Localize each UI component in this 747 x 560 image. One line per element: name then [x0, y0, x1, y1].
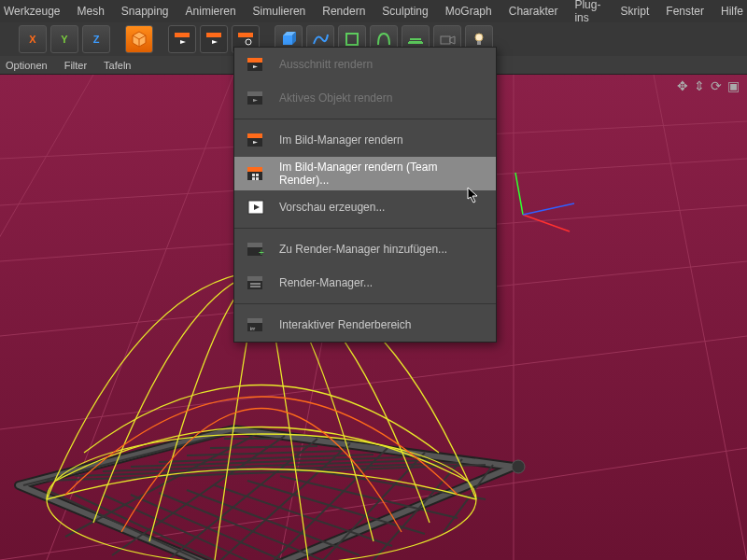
svg-rect-17 — [409, 41, 422, 44]
svg-rect-77 — [247, 167, 262, 172]
svg-rect-78 — [252, 174, 255, 176]
menu-item-render-manager-add[interactable]: + Zu Render-Manager hinzufügen... — [234, 232, 496, 266]
main-menubar: Werkzeuge Mesh Snapping Animieren Simuli… — [0, 0, 747, 22]
prim-cube-icon — [279, 30, 298, 49]
clapper-icon — [246, 55, 266, 74]
axis-y-label: Y — [61, 34, 67, 45]
menu-werkzeuge[interactable]: Werkzeuge — [4, 5, 60, 18]
svg-rect-92 — [247, 318, 262, 323]
environment-icon — [406, 30, 425, 49]
cube-icon — [130, 30, 148, 49]
svg-rect-79 — [256, 174, 259, 176]
svg-marker-19 — [450, 36, 455, 44]
svg-rect-11 — [238, 33, 253, 37]
menu-simulieren[interactable]: Simulieren — [253, 5, 306, 18]
deformer-icon — [374, 30, 393, 49]
svg-line-28 — [0, 75, 93, 560]
menu-separator — [234, 228, 496, 229]
menu-item-label: Vorschau erzeugen... — [279, 201, 385, 214]
render-view-button[interactable] — [168, 25, 196, 53]
menu-hilfe[interactable]: Hilfe — [721, 5, 743, 18]
svg-rect-74 — [247, 133, 262, 138]
svg-point-20 — [475, 34, 483, 41]
menu-item-label: Zu Render-Manager hinzufügen... — [279, 243, 447, 256]
menu-item-vorschau-erzeugen[interactable]: Vorschau erzeugen... — [234, 190, 496, 224]
svg-rect-5 — [175, 33, 190, 37]
svg-text:+: + — [259, 247, 264, 258]
menu-animieren[interactable]: Animieren — [186, 5, 236, 18]
svg-rect-18 — [441, 36, 450, 44]
svg-rect-8 — [206, 33, 221, 37]
mouse-cursor-icon — [467, 187, 480, 207]
menu-item-bild-manager-team-render[interactable]: Im Bild-Manager rendern (Team Render)... — [234, 157, 496, 190]
svg-line-29 — [47, 75, 233, 560]
menu-item-label: Im Bild-Manager rendern — [279, 133, 403, 147]
menu-item-aktives-objekt-rendern[interactable]: Aktives Objekt rendern — [234, 81, 496, 115]
svg-rect-80 — [252, 177, 255, 180]
generator-icon — [343, 30, 361, 49]
axis-y-button[interactable]: Y — [50, 25, 78, 53]
spline-icon — [311, 30, 330, 49]
subbar-optionen[interactable]: Optionen — [6, 60, 48, 71]
axis-z-button[interactable]: Z — [82, 25, 110, 53]
menu-item-bild-manager-rendern[interactable]: Im Bild-Manager rendern — [234, 123, 496, 157]
menu-item-label: Interaktiver Renderbereich — [279, 318, 411, 331]
menu-skript[interactable]: Skript — [621, 5, 650, 18]
menu-sculpting[interactable]: Sculpting — [382, 5, 428, 18]
clapper-icon — [173, 30, 191, 49]
menu-item-label: Render-Manager... — [279, 276, 373, 289]
menu-item-render-manager[interactable]: Render-Manager... — [234, 266, 496, 300]
svg-line-60 — [374, 459, 462, 560]
svg-rect-71 — [247, 91, 262, 96]
svg-line-40 — [187, 451, 345, 455]
subbar-filter[interactable]: Filter — [64, 60, 87, 71]
svg-rect-13 — [283, 35, 292, 45]
menu-plugins[interactable]: Plug-ins — [574, 0, 603, 24]
menu-snapping[interactable]: Snapping — [121, 5, 169, 18]
svg-line-65 — [515, 173, 523, 215]
menu-item-label: Im Bild-Manager rendern (Team Render)... — [279, 161, 485, 187]
light-icon — [470, 30, 488, 49]
clapper-gear-icon — [236, 30, 255, 49]
menu-fenster[interactable]: Fenster — [666, 5, 704, 18]
clapper-settings-icon — [204, 30, 223, 49]
svg-line-26 — [0, 336, 747, 429]
menu-mograph[interactable]: MoGraph — [445, 5, 492, 18]
menu-mesh[interactable]: Mesh — [77, 5, 104, 18]
axis-x-label: X — [29, 34, 35, 45]
svg-line-32 — [654, 75, 747, 560]
svg-rect-87 — [247, 281, 262, 289]
svg-marker-94 — [468, 188, 477, 203]
play-box-icon — [246, 198, 266, 217]
menu-charakter[interactable]: Charakter — [509, 5, 558, 18]
svg-rect-88 — [247, 276, 262, 281]
render-active-button[interactable] — [200, 25, 228, 53]
axis-x-button[interactable]: X — [19, 25, 47, 53]
svg-rect-68 — [247, 58, 262, 63]
svg-rect-21 — [477, 41, 481, 45]
clapper-irr-icon: irr — [246, 315, 266, 334]
svg-text:irr: irr — [250, 326, 255, 331]
menu-separator — [234, 303, 496, 304]
clapper-ghost-icon — [246, 89, 266, 107]
render-dropdown-menu: Ausschnitt rendern Aktives Objekt render… — [233, 47, 497, 343]
menu-item-label: Aktives Objekt rendern — [279, 91, 392, 105]
camera-icon — [438, 30, 457, 49]
menu-item-label: Ausschnitt rendern — [279, 58, 373, 71]
menu-rendern[interactable]: Rendern — [322, 5, 365, 18]
clapper-icon — [246, 131, 266, 149]
clapper-team-icon — [246, 164, 266, 183]
axis-z-label: Z — [93, 34, 100, 45]
svg-line-66 — [523, 203, 574, 215]
svg-point-63 — [512, 460, 525, 473]
menu-item-ausschnitt-rendern[interactable]: Ausschnitt rendern — [234, 48, 496, 81]
menu-separator — [234, 119, 496, 119]
svg-rect-16 — [346, 34, 358, 45]
svg-line-64 — [523, 215, 570, 231]
menu-item-interaktiver-renderbereich[interactable]: irr Interaktiver Renderbereich — [234, 308, 496, 342]
clapper-add-icon: + — [246, 240, 266, 259]
subbar-tafeln[interactable]: Tafeln — [104, 60, 131, 71]
svg-rect-81 — [256, 177, 259, 180]
cube-primitive-button[interactable] — [125, 25, 153, 53]
clapper-list-icon — [246, 273, 266, 292]
